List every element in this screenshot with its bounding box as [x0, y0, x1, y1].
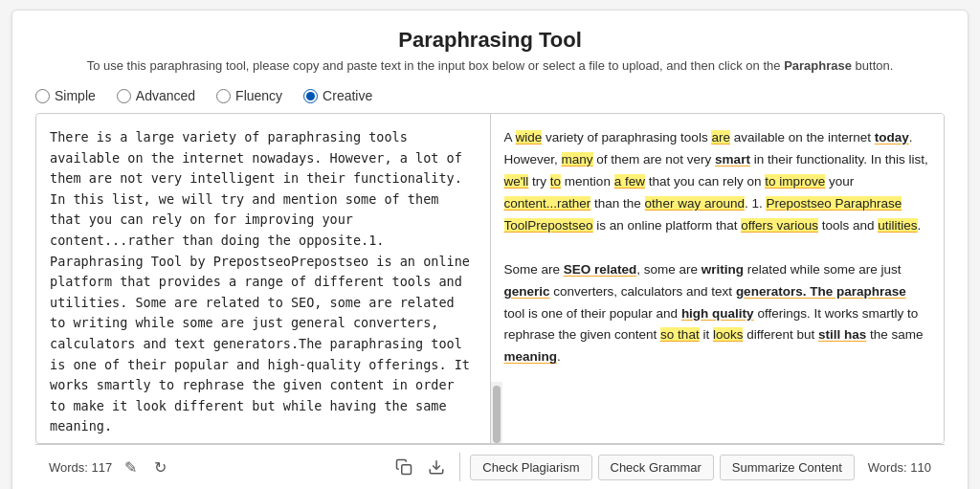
editor-panels: There is a large variety of paraphrasing… [35, 113, 945, 444]
refresh-icon-btn[interactable]: ↻ [149, 456, 171, 478]
word-count-left: Words: 117 [49, 460, 112, 475]
download-icon-btn[interactable] [423, 456, 450, 478]
mode-advanced[interactable]: Advanced [117, 88, 195, 103]
summarize-content-btn[interactable]: Summarize Content [720, 455, 855, 480]
edit-icon-btn[interactable]: ✎ [120, 456, 142, 478]
output-text: A wide variety of paraphrasing tools are… [491, 114, 945, 382]
mode-simple[interactable]: Simple [35, 88, 96, 103]
copy-icon-btn[interactable] [390, 456, 417, 478]
bottom-right: Check Plagiarism Check Grammar Summarize… [390, 453, 931, 481]
bottom-bar: Words: 117 ✎ ↻ Check Plagiarism Check Gr… [35, 444, 945, 489]
page-subtitle: To use this paraphrasing tool, please co… [35, 58, 945, 73]
mode-selector: Simple Advanced Fluency Creative [35, 88, 945, 103]
input-textarea[interactable]: There is a large variety of paraphrasing… [36, 114, 490, 443]
main-container: Paraphrasing Tool To use this paraphrasi… [11, 10, 969, 489]
bottom-left: Words: 117 ✎ ↻ [49, 456, 390, 478]
svg-rect-0 [402, 465, 412, 475]
check-grammar-btn[interactable]: Check Grammar [598, 455, 714, 480]
output-panel: A wide variety of paraphrasing tools are… [491, 114, 945, 443]
mode-creative[interactable]: Creative [303, 88, 372, 103]
divider [459, 453, 460, 481]
page-title: Paraphrasing Tool [35, 28, 945, 53]
scroll-thumb [493, 386, 501, 443]
scrollbar[interactable] [491, 382, 502, 443]
check-plagiarism-btn[interactable]: Check Plagiarism [470, 455, 591, 480]
input-panel: There is a large variety of paraphrasing… [36, 114, 491, 443]
word-count-right: Words: 110 [868, 460, 931, 475]
mode-fluency[interactable]: Fluency [216, 88, 282, 103]
